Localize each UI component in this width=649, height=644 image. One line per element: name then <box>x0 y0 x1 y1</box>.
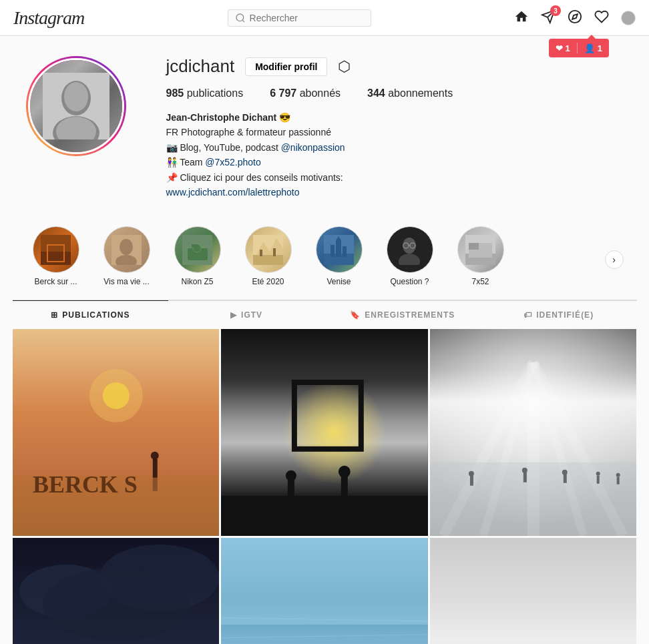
story-nikon[interactable]: Nikon Z5 <box>168 226 228 286</box>
svg-point-75 <box>616 473 620 477</box>
story-label-visma: Vis ma vie ... <box>97 277 157 286</box>
compass-icon <box>568 9 582 24</box>
grid-photo-2[interactable] <box>221 329 428 536</box>
publications-label: publications <box>187 87 244 99</box>
search-bar[interactable] <box>228 9 371 27</box>
svg-rect-65 <box>430 462 637 536</box>
stories-next-button[interactable]: › <box>605 250 624 269</box>
header-nav: 3 ❤ 1 👤 1 <box>514 9 636 26</box>
photo-5-svg <box>221 538 428 644</box>
story-thumb-question <box>395 235 425 265</box>
edit-profile-button[interactable]: Modifier profil <box>245 57 327 76</box>
tab-igtv[interactable]: ▶ IGTV <box>168 300 324 329</box>
bio-line1: FR Photographe & formateur passionné <box>166 125 624 139</box>
bio-line4: 📌 Cliquez ici pour des conseils motivant… <box>166 170 624 185</box>
explore-nav-button[interactable] <box>568 9 582 26</box>
story-label-ete: Eté 2020 <box>238 277 298 286</box>
story-venise[interactable]: Venise <box>309 226 369 286</box>
svg-point-15 <box>120 239 133 255</box>
nikon-passion-link[interactable]: @nikonpassion <box>281 142 345 153</box>
svg-point-69 <box>522 468 527 473</box>
svg-text:BERCK S: BERCK S <box>32 471 137 498</box>
publications-tab-icon: ⊞ <box>51 310 58 320</box>
grid-photo-1[interactable]: BERCK S <box>13 329 220 536</box>
home-icon <box>514 9 529 24</box>
notifications-nav-button[interactable]: ❤ 1 👤 1 <box>594 9 609 26</box>
messages-badge: 3 <box>550 5 561 16</box>
follower-notification: 👤 1 <box>584 43 602 53</box>
7x52-link[interactable]: @7x52.photo <box>205 157 261 168</box>
photo-1-svg: BERCK S <box>13 329 220 536</box>
stat-publications[interactable]: 985 publications <box>166 87 244 99</box>
stories-section: Berck sur ... Vis ma vie ... Nikon Z5 <box>13 220 637 300</box>
svg-rect-47 <box>152 459 157 478</box>
profile-username: jcdichant <box>166 56 235 77</box>
profile-section: jcdichant Modifier profil ⬡ 985 publicat… <box>13 36 637 200</box>
publications-count: 985 <box>166 87 184 99</box>
heart-icon <box>594 9 609 24</box>
profile-info: jcdichant Modifier profil ⬡ 985 publicat… <box>166 56 624 200</box>
profile-header: jcdichant Modifier profil ⬡ 985 publicat… <box>26 56 624 200</box>
story-question[interactable]: Question ? <box>380 226 440 286</box>
story-circle-ete <box>245 226 292 273</box>
search-input[interactable] <box>250 13 364 23</box>
grid-photo-6[interactable] <box>430 538 637 644</box>
notification-popup: ❤ 1 👤 1 <box>549 39 609 57</box>
svg-rect-66 <box>470 476 473 486</box>
chevron-right-icon: › <box>612 254 616 265</box>
svg-rect-12 <box>41 252 71 265</box>
svg-point-48 <box>150 452 158 460</box>
user-avatar-small <box>621 11 636 25</box>
stat-abonnes[interactable]: 6 797 abonnés <box>270 87 341 99</box>
abonnements-label: abonnements <box>388 87 453 99</box>
abonnes-count: 6 797 <box>270 87 296 99</box>
svg-rect-70 <box>564 474 567 483</box>
follower-count: 1 <box>598 43 602 53</box>
photo-3-svg <box>430 329 637 536</box>
profile-photo <box>43 73 110 139</box>
svg-rect-30 <box>331 245 335 257</box>
tab-publications[interactable]: ⊞ PUBLICATIONS <box>13 300 169 329</box>
grid-photo-5[interactable] <box>221 538 428 644</box>
profile-nav-button[interactable] <box>621 11 636 25</box>
home-nav-button[interactable] <box>514 9 529 26</box>
stat-abonnements[interactable]: 344 abonnements <box>367 87 453 99</box>
svg-point-4 <box>569 11 581 23</box>
story-thumb-visma <box>112 235 142 265</box>
messages-nav-button[interactable]: 3 <box>541 9 556 26</box>
bio-website[interactable]: www.jcdichant.com/lalettrephoto <box>166 185 624 200</box>
story-circle-venise <box>316 226 363 273</box>
svg-rect-20 <box>192 244 197 248</box>
like-count: 1 <box>566 43 570 53</box>
story-circle-visma <box>103 226 150 273</box>
settings-icon[interactable]: ⬡ <box>338 58 351 75</box>
story-thumb-berck <box>41 235 71 265</box>
tab-enregistrements[interactable]: 🔖 ENREGISTREMENTS <box>324 300 481 329</box>
svg-rect-68 <box>523 472 527 482</box>
story-7x52[interactable]: 7x52 <box>451 226 511 286</box>
website-link[interactable]: www.jcdichant.com/lalettrephoto <box>166 187 300 198</box>
svg-rect-54 <box>288 479 294 499</box>
story-visma[interactable]: Vis ma vie ... <box>97 226 157 286</box>
svg-line-1 <box>242 20 244 22</box>
svg-point-67 <box>469 471 474 476</box>
tab-identifie[interactable]: 🏷 IDENTIFIÉ(E) <box>481 300 637 329</box>
svg-rect-24 <box>260 250 262 256</box>
svg-point-71 <box>562 470 568 475</box>
svg-rect-86 <box>221 538 428 625</box>
igtv-tab-icon: ▶ <box>230 310 237 320</box>
svg-point-0 <box>236 14 244 21</box>
grid-photo-4[interactable] <box>13 538 220 644</box>
bio-line2: 📷 Blog, YouTube, podcast @nikonpassion <box>166 140 624 155</box>
app-logo: Instagram <box>13 7 84 29</box>
story-label-venise: Venise <box>309 277 369 286</box>
story-label-question: Question ? <box>380 277 440 286</box>
photo-4-svg <box>13 538 220 644</box>
profile-avatar-ring <box>26 56 126 156</box>
svg-rect-22 <box>253 255 283 265</box>
header: Instagram 3 <box>0 0 649 36</box>
story-berck[interactable]: Berck sur ... <box>26 226 86 286</box>
story-ete[interactable]: Eté 2020 <box>238 226 298 286</box>
story-thumb-7x52 <box>465 235 495 265</box>
grid-photo-3[interactable] <box>430 329 637 536</box>
